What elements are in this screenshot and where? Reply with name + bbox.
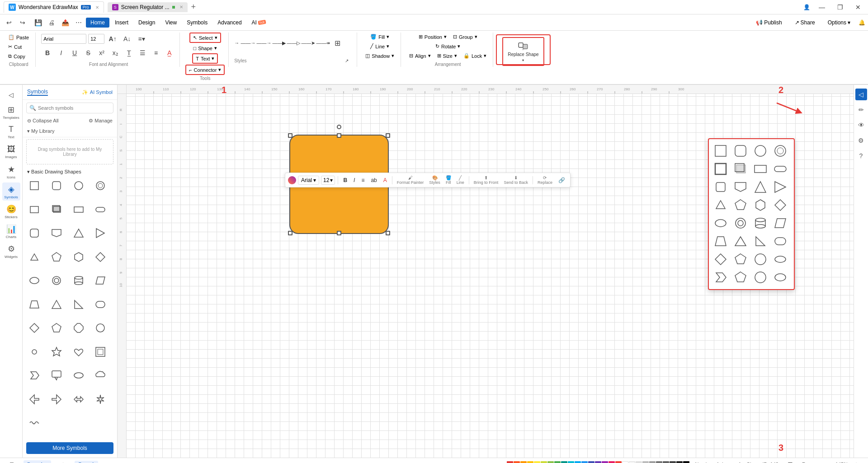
options-button[interactable]: Options ▾ — [823, 18, 855, 28]
shape-octagon[interactable] — [71, 320, 87, 336]
shape-diamond2[interactable] — [26, 320, 42, 336]
replace-shape-button[interactable]: ⟳ Replace Shape ▾ — [502, 37, 544, 66]
increase-font-btn[interactable]: A↑ — [106, 33, 119, 45]
italic-btn[interactable]: I — [55, 47, 67, 59]
color-light-gray[interactable] — [629, 461, 635, 463]
sidebar-item-icons[interactable]: ★ Icons — [2, 163, 20, 181]
color-indigo[interactable] — [588, 461, 594, 463]
shape-rect-outline[interactable] — [26, 201, 42, 218]
shape-square[interactable] — [26, 178, 42, 194]
fill-button[interactable]: 🪣 Fill ▾ — [368, 33, 392, 41]
handle-top-right[interactable] — [386, 133, 390, 138]
color-green[interactable] — [554, 461, 561, 463]
copy-button[interactable]: ⧉ Copy — [5, 52, 32, 61]
shape-parallelogram[interactable] — [92, 272, 108, 289]
text-button[interactable]: T Text ▾ — [192, 53, 218, 64]
arrow6[interactable]: ——↠ — [316, 40, 330, 46]
rs-pentagon3[interactable] — [732, 269, 749, 285]
rs-chevron[interactable] — [712, 269, 729, 285]
color-cyan[interactable] — [568, 461, 574, 463]
save-button[interactable]: 💾 — [32, 16, 44, 29]
menu-symbols[interactable]: Symbols — [182, 18, 212, 28]
color-gray1[interactable] — [636, 461, 642, 463]
menu-home[interactable]: Home — [86, 18, 109, 28]
color-orange[interactable] — [520, 461, 527, 463]
sidebar-item-widgets[interactable]: ⚙ Widgets — [2, 242, 20, 260]
menu-advanced[interactable]: Advanced — [213, 18, 246, 28]
sidebar-item-templates[interactable]: ⊞ Templates — [2, 103, 20, 121]
redo-button[interactable]: ↪ — [16, 16, 29, 29]
list-btn[interactable]: ☰ — [136, 47, 149, 59]
color-light-green[interactable] — [547, 461, 554, 463]
shape-trapezoid[interactable] — [26, 296, 42, 313]
font-selector-float[interactable]: Arial ▾ — [298, 176, 319, 185]
shape-oval[interactable] — [71, 367, 87, 383]
cut-button[interactable]: ✂ Cut — [5, 42, 32, 51]
rs-parallelogram[interactable] — [772, 215, 788, 231]
shape-circle2[interactable] — [92, 320, 108, 336]
sidebar-item-charts[interactable]: 📊 Charts — [2, 222, 20, 240]
font-family-input[interactable] — [41, 34, 86, 44]
rp-settings-btn[interactable]: ⚙ — [855, 135, 867, 146]
shape-rect-wide[interactable] — [71, 201, 87, 218]
sidebar-item-images[interactable]: 🖼 Images — [2, 143, 20, 161]
shape-circle-outline[interactable] — [92, 178, 108, 194]
color-black[interactable] — [683, 461, 689, 463]
fill-float[interactable]: 🪣 Fill — [444, 174, 453, 186]
shape-star4[interactable] — [92, 391, 108, 407]
connector-button[interactable]: ⌐ Connector ▾ — [185, 65, 225, 75]
decrease-font-btn[interactable]: A↓ — [121, 33, 133, 45]
rs-ellipse3[interactable] — [772, 269, 788, 285]
color-white[interactable] — [622, 461, 628, 463]
app-tab-edrawmax[interactable]: W Wondershare EdrawMax Pro ✕ — [4, 1, 104, 13]
position-button[interactable]: ⊞ Position ▾ — [416, 33, 449, 41]
color-gray5[interactable] — [663, 461, 669, 463]
color-light-blue[interactable] — [575, 461, 581, 463]
rs-stadium[interactable] — [772, 233, 788, 249]
shape-curved-rect[interactable] — [26, 225, 42, 241]
notifications-icon[interactable]: 🔔 — [859, 19, 865, 26]
shape-triangle-up[interactable] — [48, 296, 65, 313]
shape-triangle-right[interactable] — [92, 225, 108, 241]
rs-ellipse[interactable] — [712, 215, 729, 231]
rs-circle4[interactable] — [752, 269, 769, 285]
rs-triangle-up2[interactable] — [732, 233, 749, 249]
paste-button[interactable]: 📋 Paste — [5, 33, 32, 42]
manage-button[interactable]: ⚙ Manage — [89, 118, 113, 124]
shape-arrow-right[interactable] — [48, 391, 65, 407]
bold-btn[interactable]: B — [41, 47, 54, 59]
color-pink[interactable] — [609, 461, 615, 463]
menu-ai[interactable]: AI hot — [247, 18, 270, 28]
canvas-area[interactable]: 100 110 120 130 140 150 160 170 180 190 … — [118, 85, 854, 458]
color-blue[interactable] — [581, 461, 588, 463]
zoom-in-btn[interactable]: + — [850, 458, 863, 463]
list2-btn[interactable]: ≡ — [150, 47, 162, 59]
rs-triangle-right[interactable] — [772, 179, 788, 195]
format-painter-float[interactable]: 🖌 Format Painter — [395, 174, 426, 186]
rp-eye-btn[interactable]: 👁 — [855, 119, 867, 131]
shape-diamond[interactable] — [92, 249, 108, 265]
sidebar-item-text[interactable]: T Text — [2, 123, 20, 141]
shape-stadium[interactable] — [92, 296, 108, 313]
replace-float[interactable]: ⟳ Replace — [536, 174, 554, 186]
shape-triangle[interactable] — [71, 225, 87, 241]
shape-hexagon[interactable] — [71, 249, 87, 265]
shape-cloud-callout[interactable] — [92, 367, 108, 383]
share-button[interactable]: ↗ Share — [790, 18, 820, 28]
rs-pentagon[interactable] — [732, 197, 749, 213]
color-gray2[interactable] — [642, 461, 649, 463]
app-tab-screen-regulator[interactable]: S Screen Regulator ... ✕ — [108, 2, 188, 12]
rs-curved[interactable] — [712, 179, 729, 195]
shape-pentagon2[interactable] — [48, 320, 65, 336]
color-deep-purple[interactable] — [595, 461, 601, 463]
rp-question-btn[interactable]: ? — [855, 150, 867, 162]
menu-view[interactable]: View — [160, 18, 181, 28]
arrow3[interactable]: ——▶ — [272, 40, 286, 46]
grid-toggle-btn[interactable]: ⊞ — [5, 458, 18, 463]
color-gray4[interactable] — [656, 461, 662, 463]
shape-arrow-left[interactable] — [26, 391, 42, 407]
sidebar-collapse-btn[interactable]: ◁ — [5, 89, 18, 101]
arrow5[interactable]: ——➤ — [301, 40, 315, 46]
more-button[interactable]: ⋯ — [72, 16, 85, 29]
rs-ring[interactable] — [732, 215, 749, 231]
